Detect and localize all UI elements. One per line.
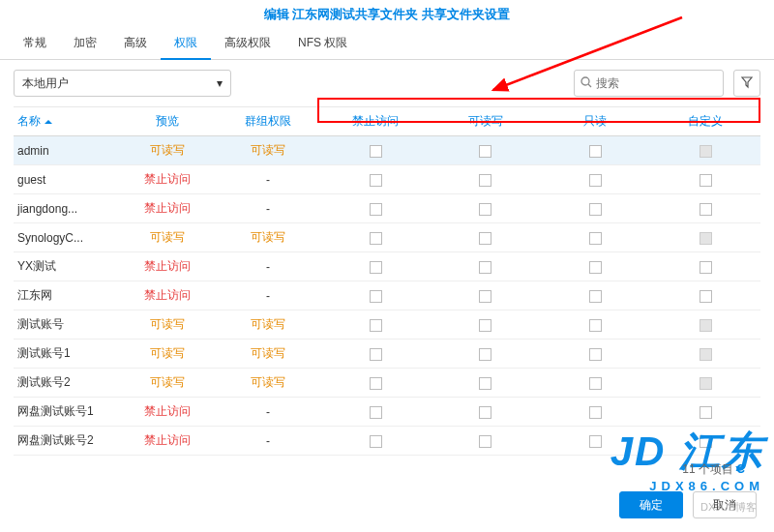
checkbox-deny[interactable] <box>370 261 382 274</box>
svg-point-0 <box>581 77 589 85</box>
cell-preview: 可读写 <box>118 369 216 398</box>
checkbox-deny[interactable] <box>370 290 382 303</box>
user-scope-value: 本地用户 <box>22 75 69 92</box>
search-icon <box>580 76 592 91</box>
ok-button[interactable]: 确定 <box>619 491 683 518</box>
watermark-logo: JD 江东 JDX86.COM <box>610 425 764 493</box>
table-row[interactable]: 测试账号可读写可读写 <box>14 310 760 340</box>
cell-name: 网盘测试账号2 <box>14 427 118 456</box>
cell-name: YX测试 <box>14 252 118 281</box>
checkbox-custom[interactable] <box>700 319 712 332</box>
checkbox-deny[interactable] <box>370 174 382 187</box>
col-preview[interactable]: 预览 <box>118 107 216 136</box>
cell-preview: 禁止访问 <box>118 427 216 456</box>
checkbox-rw[interactable] <box>479 406 491 419</box>
cell-preview: 禁止访问 <box>118 281 216 310</box>
search-box[interactable] <box>574 70 724 97</box>
checkbox-deny[interactable] <box>370 145 382 158</box>
table-row[interactable]: SynologyC...可读写可读写 <box>14 223 760 252</box>
tab-NFS 权限[interactable]: NFS 权限 <box>284 27 361 59</box>
col-name[interactable]: 名称 <box>14 107 118 136</box>
checkbox-ro[interactable] <box>589 348 602 361</box>
checkbox-custom[interactable] <box>700 348 712 361</box>
checkbox-deny[interactable] <box>370 348 382 361</box>
col-deny[interactable]: 禁止访问 <box>320 107 431 136</box>
checkbox-ro[interactable] <box>589 435 602 448</box>
tab-高级[interactable]: 高级 <box>110 27 161 59</box>
toolbar: 本地用户 ▾ <box>0 60 774 106</box>
checkbox-rw[interactable] <box>479 145 491 158</box>
checkbox-rw[interactable] <box>479 203 491 216</box>
tab-常规[interactable]: 常规 <box>10 27 60 59</box>
col-rw[interactable]: 可读写 <box>431 107 541 136</box>
table-row[interactable]: guest禁止访问- <box>14 165 760 194</box>
table-row[interactable]: jiangdong...禁止访问- <box>14 194 760 223</box>
table-row[interactable]: admin可读写可读写 <box>14 136 760 165</box>
tab-权限[interactable]: 权限 <box>161 27 211 59</box>
cell-name: 江东网 <box>14 281 118 310</box>
checkbox-ro[interactable] <box>589 377 602 390</box>
user-scope-select[interactable]: 本地用户 ▾ <box>14 70 231 97</box>
checkbox-custom[interactable] <box>700 145 712 158</box>
col-custom[interactable]: 自定义 <box>650 107 760 136</box>
table-row[interactable]: 网盘测试账号1禁止访问- <box>14 398 760 427</box>
checkbox-ro[interactable] <box>589 261 602 274</box>
checkbox-ro[interactable] <box>589 290 602 303</box>
checkbox-custom[interactable] <box>700 232 712 245</box>
table-row[interactable]: 江东网禁止访问- <box>14 281 760 310</box>
cell-group: 可读写 <box>216 310 320 340</box>
tab-高级权限[interactable]: 高级权限 <box>211 27 284 59</box>
filter-button[interactable] <box>733 70 760 97</box>
cell-name: 网盘测试账号1 <box>14 398 118 427</box>
cell-group: 可读写 <box>216 369 320 398</box>
tab-加密[interactable]: 加密 <box>60 27 110 59</box>
cell-group: - <box>216 398 320 427</box>
checkbox-rw[interactable] <box>479 435 491 448</box>
checkbox-deny[interactable] <box>370 377 382 390</box>
cell-preview: 禁止访问 <box>118 165 216 194</box>
checkbox-ro[interactable] <box>589 174 602 187</box>
checkbox-deny[interactable] <box>370 232 382 245</box>
table-row[interactable]: YX测试禁止访问- <box>14 252 760 281</box>
checkbox-rw[interactable] <box>479 174 491 187</box>
col-group[interactable]: 群组权限 <box>216 107 320 136</box>
checkbox-custom[interactable] <box>700 174 712 187</box>
checkbox-rw[interactable] <box>479 377 491 390</box>
checkbox-rw[interactable] <box>479 319 491 332</box>
checkbox-rw[interactable] <box>479 348 491 361</box>
cell-preview: 可读写 <box>118 223 216 252</box>
checkbox-ro[interactable] <box>589 406 602 419</box>
table-row[interactable]: 测试账号1可读写可读写 <box>14 340 760 369</box>
checkbox-rw[interactable] <box>479 232 491 245</box>
checkbox-custom[interactable] <box>700 377 712 390</box>
cell-group: - <box>216 194 320 223</box>
checkbox-custom[interactable] <box>700 261 712 274</box>
permissions-table: 名称 预览 群组权限 禁止访问 可读写 只读 自定义 admin可读写可读写gu… <box>14 106 760 456</box>
checkbox-ro[interactable] <box>589 203 602 216</box>
table-row[interactable]: 测试账号2可读写可读写 <box>14 369 760 398</box>
search-input[interactable] <box>596 76 717 90</box>
checkbox-rw[interactable] <box>479 261 491 274</box>
cell-name: guest <box>14 165 118 194</box>
cell-group: - <box>216 165 320 194</box>
checkbox-ro[interactable] <box>589 145 602 158</box>
cell-preview: 禁止访问 <box>118 398 216 427</box>
cell-preview: 可读写 <box>118 310 216 340</box>
cell-preview: 可读写 <box>118 340 216 369</box>
cell-group: - <box>216 281 320 310</box>
checkbox-custom[interactable] <box>700 290 712 303</box>
cell-name: admin <box>14 136 118 165</box>
checkbox-deny[interactable] <box>370 406 382 419</box>
checkbox-ro[interactable] <box>589 319 602 332</box>
dialog-title: 编辑 江东网测试共享文件夹 共享文件夹设置 <box>0 0 774 27</box>
checkbox-deny[interactable] <box>370 203 382 216</box>
checkbox-custom[interactable] <box>700 406 712 419</box>
checkbox-deny[interactable] <box>370 319 382 332</box>
checkbox-deny[interactable] <box>370 435 382 448</box>
cell-preview: 禁止访问 <box>118 252 216 281</box>
checkbox-ro[interactable] <box>589 232 602 245</box>
cell-group: - <box>216 252 320 281</box>
checkbox-custom[interactable] <box>700 203 712 216</box>
col-ro[interactable]: 只读 <box>541 107 651 136</box>
checkbox-rw[interactable] <box>479 290 491 303</box>
